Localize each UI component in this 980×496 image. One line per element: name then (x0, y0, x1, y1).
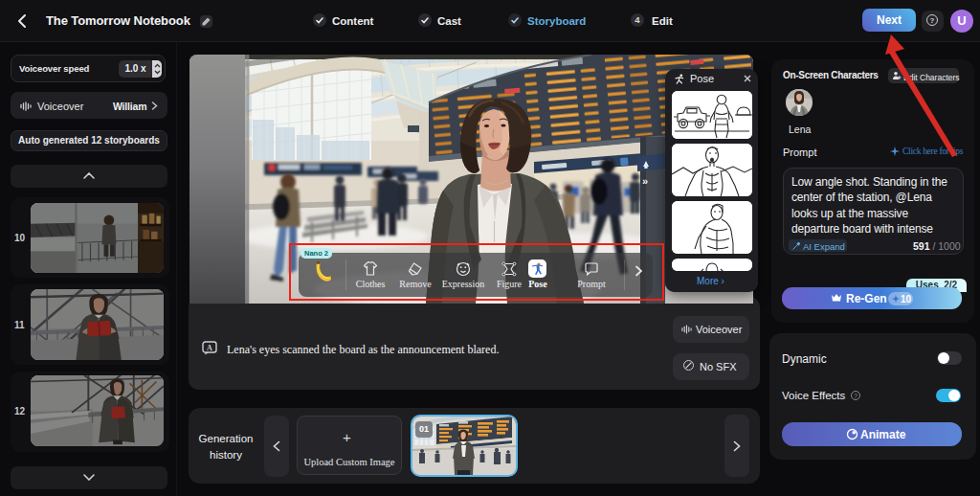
svg-text:»: » (642, 175, 648, 187)
svg-text:A: A (207, 344, 212, 352)
